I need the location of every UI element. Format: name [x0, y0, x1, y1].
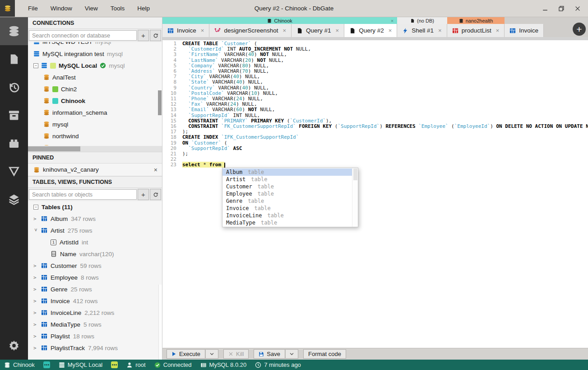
save-button[interactable]: Save [254, 349, 285, 359]
chevron-right-icon[interactable]: > [33, 298, 38, 304]
close-tab-icon[interactable]: × [496, 27, 500, 34]
tables-header[interactable]: TABLES, VIEWS, FUNCTIONS [28, 176, 162, 188]
database-color-swatch [43, 361, 50, 368]
table-item-InvoiceLine[interactable]: > InvoiceLine2,212 rows [28, 307, 162, 318]
autocomplete-item-Customer[interactable]: Customertable [222, 183, 352, 190]
rail-item-plugins[interactable] [0, 129, 28, 157]
connections-vertical-scrollbar[interactable] [158, 90, 162, 115]
chevron-down-icon[interactable]: > [33, 228, 39, 233]
close-button[interactable] [574, 5, 581, 12]
tab-invoice[interactable]: Invoice [505, 24, 544, 37]
minimize-button[interactable] [542, 5, 548, 12]
rail-item-archive[interactable] [0, 101, 28, 129]
pinned-header[interactable]: PINNED [28, 152, 162, 164]
rail-item-history[interactable] [0, 73, 28, 101]
database-item-Chinook[interactable]: Chinook [28, 95, 162, 107]
close-group-icon[interactable]: × [391, 18, 394, 23]
close-tab-icon[interactable]: × [336, 27, 339, 34]
execute-dropdown-button[interactable] [205, 349, 218, 359]
table-item-Customer[interactable]: > Customer59 rows [28, 260, 162, 272]
connection-item-clipped[interactable]: MYSQL WD TESTmysql [28, 42, 162, 47]
chevron-right-icon[interactable]: > [33, 310, 38, 316]
table-item-MediaType[interactable]: > MediaType5 rows [28, 318, 162, 330]
close-tab-icon[interactable]: × [389, 27, 392, 34]
rail-item-file[interactable] [0, 45, 28, 73]
database-item-northwind[interactable]: northwind [28, 130, 162, 142]
database-item-Chin2[interactable]: Chin2 [28, 83, 162, 95]
column-item-Name[interactable]: Namevarchar(120) [28, 248, 162, 260]
rail-item-query-designer[interactable] [0, 157, 28, 185]
menu-file[interactable]: File [22, 3, 44, 14]
add-object-button[interactable]: + [138, 189, 149, 200]
new-tab-button[interactable]: + [573, 23, 586, 36]
autocomplete-item-Employee[interactable]: Employeetable [222, 190, 352, 197]
chevron-right-icon[interactable]: > [33, 286, 38, 292]
restore-button[interactable] [558, 5, 565, 12]
connections-search-input[interactable] [29, 30, 137, 41]
close-tab-icon[interactable]: × [201, 27, 204, 34]
format-code-button[interactable]: Format code [303, 349, 346, 359]
autocomplete-item-Album[interactable]: Albumtable [222, 169, 352, 176]
table-item-Artist[interactable]: > Artist275 rows [28, 225, 162, 236]
connection-item-active[interactable]: − MySQL Local mysql [28, 60, 162, 71]
connections-header[interactable]: CONNECTIONS [28, 17, 162, 29]
connection-item[interactable]: MySQL integration testmysql [28, 48, 162, 60]
menu-tools[interactable]: Tools [105, 3, 131, 14]
pinned-item-knihovna_v2_canary[interactable]: knihovna_v2_canary × [28, 164, 162, 176]
database-item-performance_schema[interactable]: performance_schema [28, 142, 162, 145]
autocomplete-item-Genre[interactable]: Genretable [222, 197, 352, 205]
editor-splitter[interactable] [162, 37, 588, 40]
add-connection-button[interactable]: + [138, 30, 149, 41]
collapse-icon[interactable]: − [33, 205, 38, 210]
tab-productlist[interactable]: productList× [447, 24, 505, 37]
database-item-information_schema[interactable]: information_schema [28, 107, 162, 118]
table-item-Playlist[interactable]: > Playlist18 rows [28, 330, 162, 342]
chevron-right-icon[interactable]: > [33, 345, 38, 351]
autocomplete-item-InvoiceLine[interactable]: InvoiceLinetable [222, 212, 352, 219]
tab-query-1[interactable]: Query #1× [292, 24, 344, 37]
connections-horizontal-scrollbar[interactable] [28, 146, 162, 152]
table-item-PlaylistTrack[interactable]: > PlaylistTrack7,994 rows [28, 342, 162, 354]
chevron-right-icon[interactable]: > [33, 216, 38, 222]
tab-shell-1[interactable]: Shell #1× [397, 24, 447, 37]
menu-window[interactable]: Window [45, 3, 78, 14]
unpin-icon[interactable]: × [154, 166, 157, 173]
execute-button[interactable]: Execute [167, 349, 205, 359]
tables-search-input[interactable] [29, 189, 137, 200]
autocomplete-item-MediaType[interactable]: MediaTypetable [222, 219, 352, 226]
database-item-mysql[interactable]: mysql [28, 118, 162, 130]
rail-item-database[interactable] [0, 17, 28, 45]
rail-item-settings[interactable] [0, 332, 28, 360]
table-item-Genre[interactable]: > Genre25 rows [28, 283, 162, 295]
save-dropdown-button[interactable] [285, 349, 298, 359]
chevron-right-icon[interactable]: > [33, 263, 38, 269]
tab-invoice[interactable]: Invoice× [162, 24, 209, 37]
kill-button[interactable]: Kill [223, 349, 249, 359]
autocomplete-item-Invoice[interactable]: Invoicetable [222, 205, 352, 212]
autocomplete-scrollbar[interactable] [352, 168, 358, 227]
collapse-icon[interactable]: − [33, 63, 38, 68]
chevron-right-icon[interactable]: > [33, 333, 38, 339]
rail-item-cells[interactable] [0, 185, 28, 213]
close-tab-icon[interactable]: × [438, 27, 442, 34]
table-item-Employee[interactable]: > Employee8 rows [28, 272, 162, 283]
chevron-right-icon[interactable]: > [33, 322, 38, 328]
autocomplete-item-Artist[interactable]: Artisttable [222, 176, 352, 183]
menu-help[interactable]: Help [131, 3, 156, 14]
table-item-Album[interactable]: > Album347 rows [28, 213, 162, 225]
tables-vertical-scrollbar[interactable] [158, 285, 162, 360]
close-tab-icon[interactable]: × [282, 27, 286, 34]
db-icon [267, 19, 272, 23]
menu-view[interactable]: View [79, 3, 104, 14]
refresh-connections-button[interactable] [150, 30, 161, 41]
chevron-right-icon[interactable]: > [33, 275, 38, 281]
column-item-ArtistId[interactable]: 1ArtistIdint [28, 236, 162, 248]
table-item-Invoice[interactable]: > Invoice412 rows [28, 295, 162, 307]
refresh-tables-button[interactable] [150, 189, 161, 200]
tab-designerscreenshot[interactable]: designerScreenshot× [209, 24, 292, 37]
tab-query-2[interactable]: Query #2× [344, 24, 397, 37]
tables-group-row[interactable]: −Tables (11) [28, 201, 162, 213]
database-item-AnalTest[interactable]: AnalTest [28, 71, 162, 83]
query-designer-icon [8, 165, 20, 177]
sql-editor[interactable]: 1234567891011121314151617181920212223 CR… [162, 37, 588, 348]
